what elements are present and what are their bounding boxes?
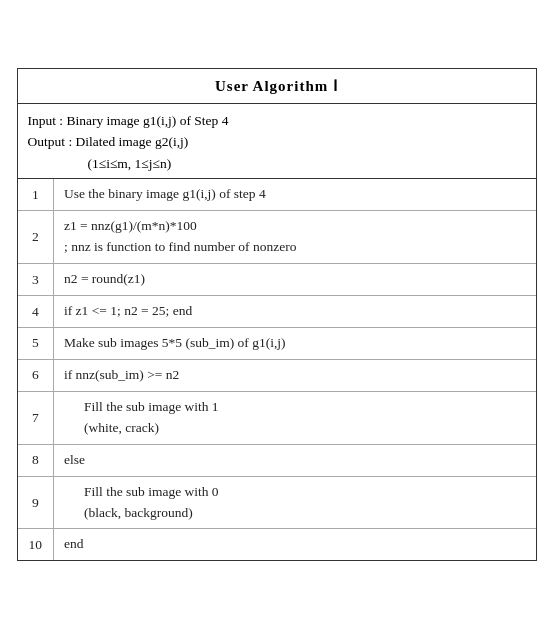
table-row: 5Make sub images 5*5 (sub_im) of g1(i,j) [18, 328, 536, 360]
line-text: if z1 <= 1; n2 = 25; end [64, 301, 526, 322]
line-text: if nnz(sub_im) >= n2 [64, 365, 526, 386]
table-row: 7Fill the sub image with 1(white, crack) [18, 391, 536, 444]
table-row: 10end [18, 529, 536, 560]
algorithm-input-output: Input : Binary image g1(i,j) of Step 4 O… [18, 104, 536, 180]
table-row: 8else [18, 444, 536, 476]
line-number: 7 [18, 391, 54, 444]
line-text: (black, background) [84, 503, 526, 524]
line-text: ; nnz is function to find number of nonz… [64, 237, 526, 258]
algorithm-title: User Algorithm Ⅰ [18, 69, 536, 104]
line-content: end [54, 529, 536, 560]
line-text: (white, crack) [84, 418, 526, 439]
line-content: else [54, 444, 536, 476]
line-content: Fill the sub image with 1(white, crack) [54, 391, 536, 444]
line-text: Make sub images 5*5 (sub_im) of g1(i,j) [64, 333, 526, 354]
line-text: z1 = nnz(g1)/(m*n)*100 [64, 216, 526, 237]
table-row: 1Use the binary image g1(i,j) of step 4 [18, 179, 536, 210]
table-row: 9Fill the sub image with 0(black, backgr… [18, 476, 536, 529]
line-text: Use the binary image g1(i,j) of step 4 [64, 184, 526, 205]
line-text: else [64, 450, 526, 471]
table-row: 2z1 = nnz(g1)/(m*n)*100; nnz is function… [18, 211, 536, 264]
input-line: Input : Binary image g1(i,j) of Step 4 [28, 110, 526, 132]
line-content: Fill the sub image with 0(black, backgro… [54, 476, 536, 529]
line-number: 9 [18, 476, 54, 529]
output-line: Output : Dilated image g2(i,j) [28, 131, 526, 153]
line-number: 10 [18, 529, 54, 560]
line-content: Make sub images 5*5 (sub_im) of g1(i,j) [54, 328, 536, 360]
line-content: Use the binary image g1(i,j) of step 4 [54, 179, 536, 210]
algorithm-box: User Algorithm Ⅰ Input : Binary image g1… [17, 68, 537, 562]
line-content: n2 = round(z1) [54, 264, 536, 296]
line-number: 4 [18, 296, 54, 328]
line-text: Fill the sub image with 0 [84, 482, 526, 503]
line-number: 8 [18, 444, 54, 476]
algorithm-steps: 1Use the binary image g1(i,j) of step 42… [18, 179, 536, 560]
line-text: n2 = round(z1) [64, 269, 526, 290]
line-content: z1 = nnz(g1)/(m*n)*100; nnz is function … [54, 211, 536, 264]
line-number: 5 [18, 328, 54, 360]
line-number: 3 [18, 264, 54, 296]
line-number: 2 [18, 211, 54, 264]
line-content: if nnz(sub_im) >= n2 [54, 359, 536, 391]
line-content: if z1 <= 1; n2 = 25; end [54, 296, 536, 328]
table-row: 6if nnz(sub_im) >= n2 [18, 359, 536, 391]
range-line: (1≤i≤m, 1≤j≤n) [28, 153, 526, 175]
line-number: 6 [18, 359, 54, 391]
line-text: Fill the sub image with 1 [84, 397, 526, 418]
line-text: end [64, 534, 526, 555]
line-number: 1 [18, 179, 54, 210]
table-row: 4if z1 <= 1; n2 = 25; end [18, 296, 536, 328]
table-row: 3n2 = round(z1) [18, 264, 536, 296]
